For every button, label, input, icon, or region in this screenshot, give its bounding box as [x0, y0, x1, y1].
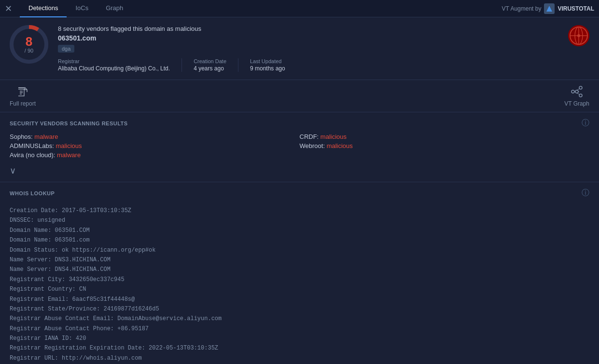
show-more-button[interactable]: ∨	[0, 163, 599, 182]
top-nav: ✕ Detections IoCs Graph VT Augment by VI…	[0, 0, 599, 17]
svg-marker-0	[546, 6, 552, 12]
creation-value: 4 years ago	[194, 65, 226, 72]
registrar-section: Registrar Alibaba Cloud Computing (Beiji…	[58, 58, 182, 72]
tab-iocs[interactable]: IoCs	[67, 0, 97, 17]
svg-point-8	[577, 34, 580, 37]
whois-content: Creation Date: 2017-05-13T03:10:35Z DNSS…	[0, 202, 599, 364]
whois-section-header: WHOIS LOOKUP ⓘ	[0, 182, 599, 202]
creation-section: Creation Date 4 years ago	[194, 58, 238, 72]
security-section-header: SECURITY VENDORS SCANNING RESULTS ⓘ	[0, 112, 599, 132]
score-number: 8	[26, 35, 32, 48]
svg-point-13	[571, 90, 574, 93]
score-inner: 8 / 90	[14, 29, 44, 60]
registrar-label: Registrar	[58, 58, 170, 64]
creation-label: Creation Date	[194, 58, 226, 64]
augment-label: VT Augment by VIRUSTOTAL	[502, 3, 594, 14]
flag-text: 8 security vendors flagged this domain a…	[58, 25, 558, 32]
svg-rect-9	[18, 87, 24, 88]
svg-point-16	[575, 90, 578, 93]
detection-sophos: Sophos: malware	[10, 132, 300, 141]
security-info-icon[interactable]: ⓘ	[582, 118, 589, 128]
detection-webroot: Webroot: malicious	[300, 141, 590, 150]
svg-line-18	[577, 89, 580, 90]
full-report-icon	[16, 85, 29, 98]
header-section: 8 / 90 8 security vendors flagged this d…	[0, 17, 599, 80]
nav-tabs: Detections IoCs Graph	[20, 0, 502, 17]
svg-line-20	[577, 93, 580, 94]
meta-row: Registrar Alibaba Cloud Computing (Beiji…	[58, 58, 558, 72]
avatar	[568, 25, 589, 46]
vt-graph-button[interactable]: VT Graph	[564, 85, 589, 107]
close-button[interactable]: ✕	[5, 3, 12, 14]
score-denom: / 90	[25, 48, 33, 54]
header-info: 8 security vendors flagged this domain a…	[58, 25, 558, 72]
whois-info-icon[interactable]: ⓘ	[582, 188, 589, 198]
detection-col-right: CRDF: malicious Webroot: malicious	[300, 132, 590, 160]
updated-label: Last Updated	[250, 58, 285, 64]
detection-col-left: Sophos: malware ADMINUSLabs: malicious A…	[10, 132, 300, 160]
tab-detections[interactable]: Detections	[20, 0, 67, 17]
registrar-value: Alibaba Cloud Computing (Beijing) Co., L…	[58, 65, 170, 72]
detection-grid: Sophos: malware ADMINUSLabs: malicious A…	[0, 132, 599, 163]
domain-name: 063501.com	[58, 34, 558, 42]
actions-row: Full report VT Graph	[0, 80, 599, 112]
updated-section: Last Updated 9 months ago	[250, 58, 297, 72]
whois-section: WHOIS LOOKUP ⓘ Creation Date: 2017-05-13…	[0, 182, 599, 364]
whois-section-title: WHOIS LOOKUP	[10, 190, 55, 196]
full-report-label: Full report	[10, 100, 36, 107]
security-section-title: SECURITY VENDORS SCANNING RESULTS	[10, 121, 128, 126]
score-circle: 8 / 90	[10, 25, 48, 64]
dga-tag: dga	[58, 45, 74, 53]
tab-graph[interactable]: Graph	[97, 0, 132, 17]
vt-graph-icon	[570, 85, 584, 98]
detection-crdf: CRDF: malicious	[300, 132, 590, 141]
security-section: SECURITY VENDORS SCANNING RESULTS ⓘ Soph…	[0, 112, 599, 182]
updated-value: 9 months ago	[250, 65, 285, 72]
virustotal-icon	[544, 3, 555, 14]
full-report-button[interactable]: Full report	[10, 85, 36, 107]
vt-graph-label: VT Graph	[564, 100, 589, 107]
detection-avira: Avira (no cloud): malware	[10, 150, 300, 160]
detection-adminuslabs: ADMINUSLabs: malicious	[10, 141, 300, 150]
